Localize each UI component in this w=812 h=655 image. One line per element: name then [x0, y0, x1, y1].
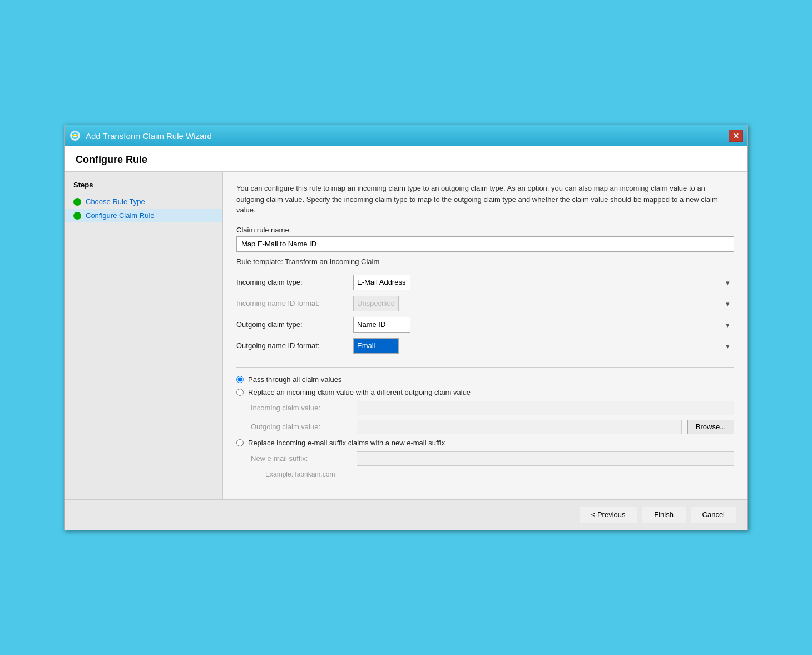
incoming-name-id-format-group: Incoming name ID format: Unspecified — [236, 296, 734, 311]
content-area: Steps Choose Rule Type Configure Claim R… — [65, 172, 747, 499]
cancel-button[interactable]: Cancel — [691, 507, 736, 523]
sidebar-item-choose-rule-type[interactable]: Choose Rule Type — [65, 195, 222, 209]
app-icon — [69, 130, 81, 142]
outgoing-claim-type-select-wrapper: Name ID E-Mail Address UPN — [353, 317, 734, 333]
svg-rect-3 — [72, 135, 78, 136]
claim-rule-name-input[interactable] — [236, 236, 734, 252]
radio-replace-value[interactable] — [236, 389, 244, 396]
outgoing-claim-type-label: Outgoing claim type: — [236, 320, 348, 329]
incoming-name-id-format-select-wrapper: Unspecified — [353, 296, 734, 311]
outgoing-claim-type-select[interactable]: Name ID E-Mail Address UPN — [353, 317, 410, 333]
title-bar-left: Add Transform Claim Rule Wizard — [69, 130, 212, 142]
sub-form-email-suffix: New e-mail suffix: Example: fabrikam.com — [251, 451, 734, 478]
page-title: Configure Rule — [76, 154, 147, 165]
outgoing-name-id-format-label: Outgoing name ID format: — [236, 341, 348, 350]
title-bar-title: Add Transform Claim Rule Wizard — [86, 131, 212, 141]
window-body: Configure Rule Steps Choose Rule Type Co… — [65, 146, 747, 530]
incoming-name-id-format-label: Incoming name ID format: — [236, 299, 348, 307]
outgoing-claim-value-group: Outgoing claim value: Browse... — [251, 420, 734, 434]
radio-group: Pass through all claim values Replace an… — [236, 375, 734, 483]
incoming-claim-value-label: Incoming claim value: — [251, 404, 351, 412]
new-email-suffix-label: New e-mail suffix: — [251, 454, 351, 463]
radio-pass-through-label: Pass through all claim values — [248, 375, 341, 384]
claim-rule-name-group: Claim rule name: — [236, 226, 734, 252]
sidebar-item-label-1: Choose Rule Type — [86, 197, 145, 206]
step-dot-2 — [73, 212, 81, 220]
radio-replace-suffix[interactable] — [236, 439, 244, 446]
sidebar: Steps Choose Rule Type Configure Claim R… — [65, 172, 223, 499]
step-dot-1 — [73, 198, 81, 206]
outgoing-name-id-format-group: Outgoing name ID format: Email Unspecifi… — [236, 338, 734, 354]
radio-item-2: Replace an incoming claim value with a d… — [236, 388, 734, 396]
wizard-window: Add Transform Claim Rule Wizard ✕ Config… — [64, 125, 748, 530]
sub-form-replace-value: Incoming claim value: Outgoing claim val… — [251, 401, 734, 434]
divider — [236, 367, 734, 368]
radio-item-1: Pass through all claim values — [236, 375, 734, 384]
incoming-claim-type-label: Incoming claim type: — [236, 278, 348, 286]
description-text: You can configure this rule to map an in… — [236, 183, 734, 216]
footer: < Previous Finish Cancel — [65, 499, 747, 530]
finish-button[interactable]: Finish — [642, 507, 686, 523]
incoming-claim-value-input[interactable] — [357, 401, 734, 415]
browse-button[interactable]: Browse... — [687, 420, 734, 434]
radio-replace-suffix-label: Replace incoming e-mail suffix claims wi… — [248, 439, 445, 447]
new-email-suffix-input[interactable] — [357, 451, 734, 466]
close-button[interactable]: ✕ — [729, 130, 743, 142]
outgoing-claim-value-label: Outgoing claim value: — [251, 423, 351, 431]
incoming-claim-value-group: Incoming claim value: — [251, 401, 734, 415]
example-text: Example: fabrikam.com — [265, 470, 734, 478]
radio-replace-value-label: Replace an incoming claim value with a d… — [248, 388, 471, 396]
outgoing-name-id-format-select-wrapper: Email Unspecified Persistent Transient — [353, 338, 734, 354]
previous-button[interactable]: < Previous — [580, 507, 637, 523]
incoming-claim-type-select[interactable]: E-Mail Address UPN Name Name ID — [353, 275, 410, 290]
main-panel: You can configure this rule to map an in… — [223, 172, 747, 499]
claim-rule-name-label: Claim rule name: — [236, 226, 734, 234]
outgoing-claim-type-group: Outgoing claim type: Name ID E-Mail Addr… — [236, 317, 734, 333]
rule-template-text: Rule template: Transform an Incoming Cla… — [236, 257, 734, 266]
sidebar-item-label-2: Configure Claim Rule — [86, 211, 155, 220]
outgoing-name-id-format-select[interactable]: Email Unspecified Persistent Transient — [353, 338, 399, 354]
new-email-suffix-group: New e-mail suffix: — [251, 451, 734, 466]
incoming-name-id-format-select[interactable]: Unspecified — [353, 296, 399, 311]
steps-label: Steps — [65, 181, 222, 195]
page-title-bar: Configure Rule — [65, 146, 747, 172]
title-bar: Add Transform Claim Rule Wizard ✕ — [65, 125, 747, 146]
outgoing-claim-value-input[interactable] — [357, 420, 682, 434]
sidebar-item-configure-claim-rule[interactable]: Configure Claim Rule — [65, 209, 222, 222]
incoming-claim-type-select-wrapper: E-Mail Address UPN Name Name ID — [353, 275, 734, 290]
incoming-claim-type-group: Incoming claim type: E-Mail Address UPN … — [236, 275, 734, 290]
radio-pass-through[interactable] — [236, 376, 244, 383]
radio-item-3: Replace incoming e-mail suffix claims wi… — [236, 439, 734, 447]
